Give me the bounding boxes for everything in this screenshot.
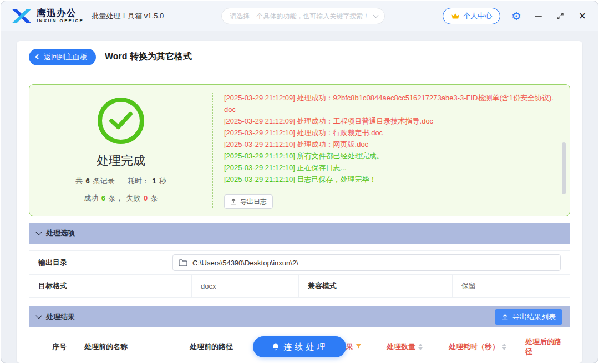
total-prefix: 共 <box>75 177 83 185</box>
search-input[interactable] <box>229 12 369 20</box>
target-format-value: docx <box>191 275 298 297</box>
results-section-title: 处理结果 <box>46 312 75 322</box>
maximize-icon <box>556 12 564 20</box>
brand-subtitle: INXUN OFFICE <box>37 19 84 24</box>
total-count: 6 <box>86 177 90 185</box>
log-line: [2025-03-29 21:12:09] 处理成功：工程项目普通目录技术指导.… <box>224 115 554 127</box>
target-format-label: 目标格式 <box>29 275 191 297</box>
folder-icon <box>179 259 187 266</box>
back-button-label: 返回到主面板 <box>44 52 87 62</box>
column-header-label: 处理后的路径 <box>525 337 568 357</box>
column-header-label: 处理数量 <box>387 342 415 352</box>
log-list: [2025-03-29 21:12:09] 处理成功：92bfc8b1c0844… <box>224 92 554 191</box>
chevron-down-icon <box>35 229 42 235</box>
elapsed-label: 耗时： <box>128 177 149 185</box>
output-dir-input[interactable]: C:\Users\54390\Desktop\inxun\2\ <box>172 254 561 271</box>
main-card: 返回到主面板 Word 转换为其它格式 处理完成 共 6 条记录 <box>17 41 582 363</box>
total-suffix: 条记录 <box>93 177 114 185</box>
back-to-dashboard-button[interactable]: 返回到主面板 <box>29 49 96 65</box>
filter-funnel-icon[interactable] <box>356 344 362 350</box>
log-line: [2025-03-29 21:12:10] 处理成功：网页版.doc <box>224 139 554 150</box>
options-table: 输出目录 C:\Users\54390\Desktop\inxun\2\ 目标格… <box>29 250 570 298</box>
export-icon <box>501 314 509 321</box>
elapsed-suffix: 秒 <box>159 177 166 185</box>
column-header-label: 序号 <box>52 342 67 352</box>
close-icon: × <box>579 10 586 22</box>
continue-processing-button[interactable]: 连续处理 <box>253 336 346 357</box>
log-line: [2025-03-29 21:12:10] 正在保存日志... <box>224 162 554 173</box>
page-header: 返回到主面板 Word 转换为其它格式 <box>29 41 570 73</box>
sort-icon[interactable] <box>502 344 506 350</box>
continue-button-label: 连续处理 <box>284 342 328 352</box>
content-area: 返回到主面板 Word 转换为其它格式 处理完成 共 6 条记录 <box>1 31 598 363</box>
export-results-label: 导出结果列表 <box>512 312 556 322</box>
success-suffix: 条， <box>109 194 123 202</box>
function-search-box[interactable] <box>221 8 385 24</box>
export-log-button[interactable]: 导出日志 <box>224 194 273 209</box>
chevron-down-icon <box>35 312 42 319</box>
titlebar-actions: 个人中心 ⚙ × <box>443 8 588 24</box>
app-logo: 鹰迅办公 INXUN OFFICE <box>11 7 84 25</box>
brand-name: 鹰迅办公 <box>37 8 84 19</box>
log-line: [2025-03-29 21:12:10] 日志已保存，处理完毕！ <box>224 173 554 185</box>
log-line: [2025-03-29 21:12:10] 所有文件都已经处理完成。 <box>224 150 554 162</box>
column-header[interactable]: 处理数量 <box>384 342 446 352</box>
column-header-label: 处理前的路径 <box>190 342 233 352</box>
elapsed-value: 1 <box>152 177 156 185</box>
options-section-title: 处理选项 <box>46 228 75 238</box>
column-header-label: 处理耗时（秒） <box>449 342 499 352</box>
fail-label: 失败 <box>126 194 140 202</box>
app-title: 批量处理工具箱 v1.5.0 <box>92 11 164 21</box>
personal-center-button[interactable]: 个人中心 <box>443 8 500 24</box>
export-icon <box>230 198 237 205</box>
results-table: 序号处理前的名称处理前的路径处理结果处理数量处理耗时（秒）处理后的路径 连续处理 <box>29 336 570 363</box>
success-count: 6 <box>101 194 105 202</box>
minimize-icon <box>535 16 542 17</box>
brand-text: 鹰迅办公 INXUN OFFICE <box>37 8 84 23</box>
column-header: 处理前的名称 <box>82 342 187 352</box>
bell-icon <box>271 342 280 351</box>
column-header: 处理后的路径 <box>523 337 570 357</box>
result-summary: 处理完成 共 6 条记录 耗时： 1 秒 成功 6 条， 失败 <box>29 85 212 216</box>
section-header-results[interactable]: 处理结果 导出结果列表 <box>29 306 570 327</box>
output-dir-label: 输出目录 <box>29 251 172 274</box>
success-check-icon <box>98 98 144 144</box>
section-header-options[interactable]: 处理选项 <box>29 223 570 244</box>
settings-gear-icon[interactable]: ⚙ <box>511 11 521 22</box>
log-line: [2025-03-29 21:12:10] 处理成功：行政裁定书.doc <box>224 127 554 139</box>
close-button[interactable]: × <box>577 11 588 22</box>
compat-mode-value: 保留 <box>452 275 570 297</box>
maximize-button[interactable] <box>555 11 566 22</box>
log-line: [2025-03-29 21:12:09] 处理成功：92bfc8b1c0844… <box>224 92 554 115</box>
column-header: 序号 <box>50 342 82 352</box>
output-dir-row: 输出目录 C:\Users\54390\Desktop\inxun\2\ <box>29 251 570 274</box>
column-header[interactable]: 处理耗时（秒） <box>446 342 523 352</box>
result-panel: 处理完成 共 6 条记录 耗时： 1 秒 成功 6 条， 失败 <box>29 84 570 216</box>
minimize-button[interactable] <box>532 11 544 22</box>
crown-icon <box>451 12 460 20</box>
table-body-stub <box>29 357 570 363</box>
log-scrollbar[interactable] <box>562 142 566 194</box>
log-area: [2025-03-29 21:12:09] 处理成功：92bfc8b1c0844… <box>213 85 570 216</box>
page-title: Word 转换为其它格式 <box>105 51 192 63</box>
titlebar: 鹰迅办公 INXUN OFFICE 批量处理工具箱 v1.5.0 个人中心 ⚙ <box>1 1 598 31</box>
format-row: 目标格式 docx 兼容模式 保留 <box>29 274 570 297</box>
fail-suffix: 条 <box>151 194 158 202</box>
output-dir-value: C:\Users\54390\Desktop\inxun\2\ <box>192 259 298 267</box>
stats-line-outcome: 成功 6 条， 失败 0 条 <box>83 193 159 203</box>
sort-icon[interactable] <box>418 344 423 350</box>
personal-center-label: 个人中心 <box>463 11 492 21</box>
brand-x-icon <box>11 7 32 25</box>
chevron-left-icon <box>35 54 41 60</box>
success-label: 成功 <box>84 194 98 202</box>
fail-count: 0 <box>144 194 148 202</box>
export-log-label: 导出日志 <box>240 197 267 207</box>
app-window: 鹰迅办公 INXUN OFFICE 批量处理工具箱 v1.5.0 个人中心 ⚙ <box>1 1 598 363</box>
stats-line-totals: 共 6 条记录 耗时： 1 秒 <box>75 176 167 186</box>
chevron-down-icon[interactable] <box>373 12 379 18</box>
column-header-label: 处理前的名称 <box>84 342 128 352</box>
compat-mode-label: 兼容模式 <box>298 275 452 297</box>
export-results-button[interactable]: 导出结果列表 <box>495 309 562 325</box>
status-title: 处理完成 <box>97 152 145 169</box>
